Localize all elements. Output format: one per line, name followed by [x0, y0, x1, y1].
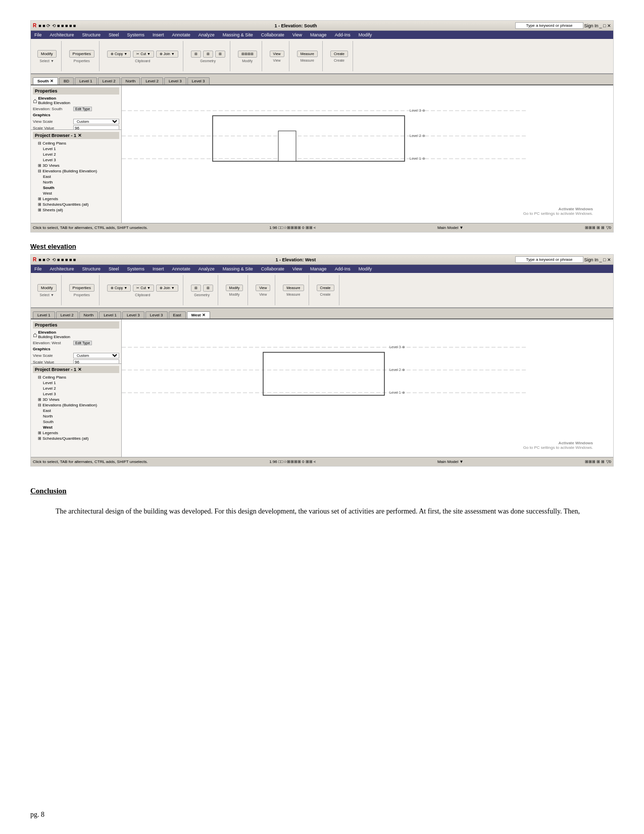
browser-level2-west[interactable]: Level 2: [33, 386, 119, 391]
menu-view[interactable]: View: [291, 32, 304, 38]
menu-steel[interactable]: Steel: [107, 32, 121, 38]
menu-insert[interactable]: Insert: [151, 32, 166, 38]
browser-north[interactable]: North: [33, 179, 119, 185]
ribbon-modify-btn-west[interactable]: Modify: [37, 284, 57, 292]
ribbon-cut-btn[interactable]: ✂ Cut ▼: [133, 51, 154, 58]
browser-south[interactable]: South: [33, 185, 119, 191]
menu-annotate[interactable]: Annotate: [171, 32, 192, 38]
tab-level3-west[interactable]: Level 3: [122, 311, 144, 318]
browser-3dviews[interactable]: ⊞ 3D Views: [33, 163, 119, 168]
browser-east[interactable]: East: [33, 174, 119, 179]
menu-analyze[interactable]: Analyze: [197, 32, 216, 38]
menu-modify-west[interactable]: Modify: [357, 266, 374, 272]
search-box[interactable]: Type a keyword or phrase: [515, 22, 583, 29]
tab-level3b[interactable]: Level 3: [187, 77, 210, 84]
edit-type-btn-west[interactable]: Edit Type: [73, 341, 92, 345]
menu-analyze-west[interactable]: Analyze: [197, 266, 216, 272]
browser-level2[interactable]: Level 2: [33, 152, 119, 157]
menu-collaborate-west[interactable]: Collaborate: [260, 266, 286, 272]
browser-east-west[interactable]: East: [33, 408, 119, 413]
menu-manage[interactable]: Manage: [309, 32, 328, 38]
tab-level3[interactable]: Level 3: [164, 77, 186, 84]
menu-structure-west[interactable]: Structure: [81, 266, 103, 272]
ribbon-measure-btn-west[interactable]: Measure: [283, 285, 304, 291]
tab-east-west[interactable]: East: [169, 311, 186, 318]
ribbon-mod-btn1-west[interactable]: Modify: [226, 285, 243, 291]
menu-systems-west[interactable]: Systems: [126, 266, 146, 272]
browser-legends[interactable]: ⊞ Legends: [33, 196, 119, 202]
ribbon-join-btn[interactable]: ⊕ Join ▼: [156, 51, 178, 58]
search-box-west[interactable]: Type a keyword or phrase: [515, 256, 583, 263]
browser-ceiling-plans-west[interactable]: ⊟ Ceiling Plans: [33, 375, 119, 380]
ribbon-create-btn-west[interactable]: Create: [317, 285, 334, 291]
menu-annotate-west[interactable]: Annotate: [171, 266, 192, 272]
menu-insert-west[interactable]: Insert: [151, 266, 166, 272]
menu-view-west[interactable]: View: [291, 266, 304, 272]
browser-west-west[interactable]: West: [33, 425, 119, 430]
view-scale-select-west[interactable]: Custom: [73, 353, 119, 358]
tab-level2[interactable]: Level 2: [98, 77, 120, 84]
view-scale-select[interactable]: Custom: [73, 119, 119, 124]
edit-type-btn[interactable]: Edit Type: [73, 107, 92, 111]
ribbon-view-btn-west[interactable]: View: [256, 285, 270, 291]
tab-level2-west[interactable]: Level 2: [56, 311, 78, 318]
browser-sheets[interactable]: ⊞ Sheets (all): [33, 207, 119, 213]
browser-schedules[interactable]: ⊞ Schedules/Quantities (all): [33, 202, 119, 207]
tab-level2b[interactable]: Level 2: [141, 77, 163, 84]
tab-south[interactable]: South ✕: [33, 77, 58, 84]
tab-north-west[interactable]: North: [79, 311, 98, 318]
window-controls-west[interactable]: _ □ ✕: [600, 257, 611, 262]
ribbon-modify-btn[interactable]: Modify: [37, 50, 57, 58]
browser-legends-west[interactable]: ⊞ Legends: [33, 430, 119, 436]
menu-manage-west[interactable]: Manage: [309, 266, 328, 272]
tab-level1-west[interactable]: Level 1: [33, 311, 55, 318]
ribbon-view-btn[interactable]: View: [270, 51, 284, 57]
menu-steel-west[interactable]: Steel: [107, 266, 121, 272]
menu-systems[interactable]: Systems: [126, 32, 146, 38]
sign-in-west[interactable]: Sign In: [584, 257, 599, 262]
menu-addins-west[interactable]: Add-Ins: [333, 266, 352, 272]
ribbon-geo-btn2-west[interactable]: ⊞: [203, 285, 213, 292]
ribbon-properties-btn-west[interactable]: Properties: [69, 284, 94, 292]
tab-north[interactable]: North: [121, 77, 140, 84]
browser-level3-west[interactable]: Level 3: [33, 391, 119, 397]
browser-level3[interactable]: Level 3: [33, 157, 119, 163]
menu-architecture[interactable]: Architecture: [48, 32, 76, 38]
menu-massing[interactable]: Massing & Site: [221, 32, 255, 38]
ribbon-copy-btn[interactable]: ⊕ Copy ▼: [107, 51, 131, 58]
menu-collaborate[interactable]: Collaborate: [260, 32, 286, 38]
ribbon-geo-btn3[interactable]: ⊞: [215, 51, 225, 58]
menu-file-west[interactable]: File: [33, 266, 43, 272]
ribbon-geo-btn1[interactable]: ⊞: [191, 51, 201, 58]
ribbon-mod-btn1[interactable]: ⊞⊞⊞⊞: [238, 51, 257, 58]
menu-addins[interactable]: Add-Ins: [333, 32, 352, 38]
window-controls[interactable]: _ □ ✕: [600, 23, 611, 28]
browser-schedules-west[interactable]: ⊞ Schedules/Quantities (all): [33, 436, 119, 441]
menu-structure[interactable]: Structure: [81, 32, 103, 38]
browser-west[interactable]: West: [33, 191, 119, 196]
ribbon-cut-btn-west[interactable]: ✂ Cut ▼: [133, 285, 154, 292]
ribbon-measure-btn[interactable]: Measure: [297, 51, 318, 57]
menu-file[interactable]: File: [33, 32, 43, 38]
ribbon-create-btn[interactable]: Create: [330, 51, 348, 57]
tab-bd[interactable]: BD: [59, 77, 74, 84]
browser-level1-west[interactable]: Level 1: [33, 380, 119, 386]
tab-west-west[interactable]: West ✕: [187, 311, 210, 318]
ribbon-geo-btn2[interactable]: ⊞: [203, 51, 213, 58]
browser-level1[interactable]: Level 1: [33, 146, 119, 152]
ribbon-join-btn-west[interactable]: ⊕ Join ▼: [156, 285, 178, 292]
ribbon-geo-btn1-west[interactable]: ⊞: [191, 285, 201, 292]
browser-3dviews-west[interactable]: ⊞ 3D Views: [33, 397, 119, 402]
menu-modify[interactable]: Modify: [357, 32, 374, 38]
browser-ceiling-plans[interactable]: ⊟ Ceiling Plans: [33, 141, 119, 146]
menu-architecture-west[interactable]: Architecture: [48, 266, 76, 272]
browser-elevations[interactable]: ⊟ Elevations (Building Elevation): [33, 168, 119, 174]
sign-in[interactable]: Sign In: [584, 23, 599, 28]
menu-massing-west[interactable]: Massing & Site: [221, 266, 255, 272]
tab-level1b-west[interactable]: Level 1: [99, 311, 121, 318]
ribbon-copy-btn-west[interactable]: ⊕ Copy ▼: [107, 285, 131, 292]
ribbon-properties-btn[interactable]: Properties: [69, 50, 94, 58]
tab-level1[interactable]: Level 1: [75, 77, 97, 84]
browser-elevations-west[interactable]: ⊟ Elevations (Building Elevation): [33, 402, 119, 408]
browser-south-west[interactable]: South: [33, 419, 119, 425]
